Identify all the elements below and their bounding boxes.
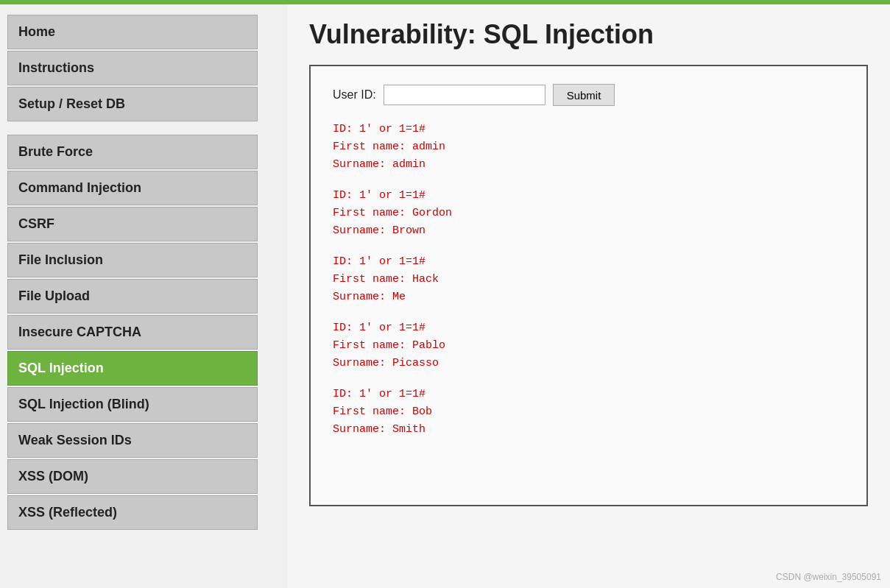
result-first-1: First name: Gordon	[333, 205, 844, 222]
sidebar-item-sql-injection-blind[interactable]: SQL Injection (Blind)	[7, 387, 258, 422]
watermark: CSDN @weixin_39505091	[776, 572, 881, 582]
result-block-4: ID: 1' or 1=1#First name: BobSurname: Sm…	[333, 386, 844, 439]
sidebar-item-sql-injection[interactable]: SQL Injection	[7, 351, 258, 386]
sidebar-item-instructions[interactable]: Instructions	[7, 51, 258, 85]
sidebar-item-weak-session-ids[interactable]: Weak Session IDs	[7, 423, 258, 458]
sidebar-item-insecure-captcha[interactable]: Insecure CAPTCHA	[7, 315, 258, 350]
result-block-1: ID: 1' or 1=1#First name: GordonSurname:…	[333, 187, 844, 240]
result-surname-0: Surname: admin	[333, 156, 844, 174]
result-first-3: First name: Pablo	[333, 337, 844, 355]
result-id-3: ID: 1' or 1=1#	[333, 319, 844, 337]
result-surname-1: Surname: Brown	[333, 222, 844, 240]
sidebar-item-setup-reset-db[interactable]: Setup / Reset DB	[7, 87, 258, 121]
userid-row: User ID: Submit	[333, 84, 844, 106]
main-content: Vulnerability: SQL Injection User ID: Su…	[287, 4, 890, 588]
result-surname-3: Surname: Picasso	[333, 355, 844, 372]
sidebar-item-home[interactable]: Home	[7, 15, 258, 49]
userid-input[interactable]	[384, 85, 545, 105]
result-block-3: ID: 1' or 1=1#First name: PabloSurname: …	[333, 319, 844, 372]
sidebar-group1: HomeInstructionsSetup / Reset DB	[7, 15, 280, 121]
result-block-0: ID: 1' or 1=1#First name: adminSurname: …	[333, 121, 844, 174]
content-box: User ID: Submit ID: 1' or 1=1#First name…	[309, 65, 868, 506]
result-id-2: ID: 1' or 1=1#	[333, 253, 844, 271]
result-id-0: ID: 1' or 1=1#	[333, 121, 844, 138]
result-surname-4: Surname: Smith	[333, 421, 844, 439]
results-container: ID: 1' or 1=1#First name: adminSurname: …	[333, 121, 844, 439]
sidebar-item-xss-reflected[interactable]: XSS (Reflected)	[7, 495, 258, 530]
sidebar-item-xss-dom[interactable]: XSS (DOM)	[7, 459, 258, 494]
result-first-0: First name: admin	[333, 138, 844, 156]
page-title: Vulnerability: SQL Injection	[309, 19, 868, 50]
sidebar-item-brute-force[interactable]: Brute Force	[7, 135, 258, 169]
sidebar-divider	[7, 123, 280, 135]
sidebar-item-file-inclusion[interactable]: File Inclusion	[7, 243, 258, 277]
result-id-1: ID: 1' or 1=1#	[333, 187, 844, 205]
sidebar-item-file-upload[interactable]: File Upload	[7, 279, 258, 314]
userid-label: User ID:	[333, 88, 376, 102]
submit-button[interactable]: Submit	[553, 84, 615, 106]
sidebar-group2: Brute ForceCommand InjectionCSRFFile Inc…	[7, 135, 280, 530]
sidebar-item-csrf[interactable]: CSRF	[7, 207, 258, 241]
result-surname-2: Surname: Me	[333, 288, 844, 306]
sidebar-item-command-injection[interactable]: Command Injection	[7, 171, 258, 205]
result-first-4: First name: Bob	[333, 403, 844, 421]
result-first-2: First name: Hack	[333, 271, 844, 288]
result-block-2: ID: 1' or 1=1#First name: HackSurname: M…	[333, 253, 844, 306]
sidebar: HomeInstructionsSetup / Reset DB Brute F…	[0, 4, 287, 588]
result-id-4: ID: 1' or 1=1#	[333, 386, 844, 403]
